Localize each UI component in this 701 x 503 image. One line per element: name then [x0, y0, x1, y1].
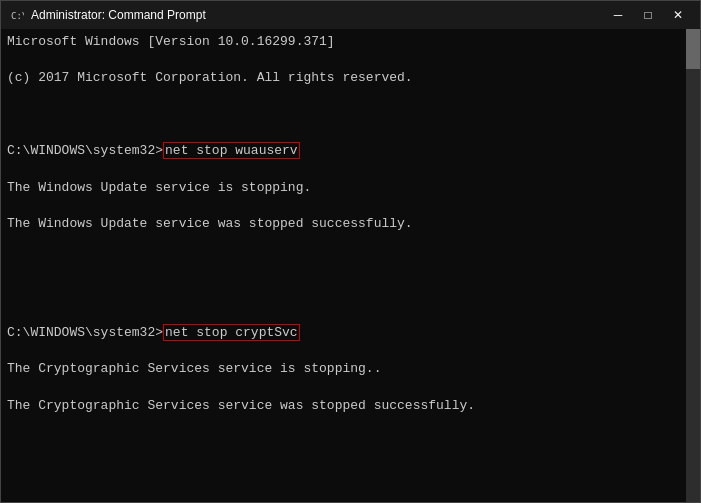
title-bar: C:\ Administrator: Command Prompt ─ □ ✕ [1, 1, 700, 29]
terminal-line [7, 251, 694, 269]
terminal-content: Microsoft Windows [Version 10.0.16299.37… [7, 33, 694, 502]
svg-text:C:\: C:\ [11, 11, 24, 21]
terminal-body[interactable]: Microsoft Windows [Version 10.0.16299.37… [1, 29, 700, 502]
title-bar-controls: ─ □ ✕ [604, 5, 692, 25]
terminal-line: C:\WINDOWS\system32>net stop cryptSvc [7, 324, 694, 342]
terminal-line: The Cryptographic Services service was s… [7, 397, 694, 415]
prompt-text: C:\WINDOWS\system32> [7, 325, 163, 340]
terminal-line: The Cryptographic Services service is st… [7, 360, 694, 378]
cmd-icon: C:\ [9, 7, 25, 23]
terminal-line: Microsoft Windows [Version 10.0.16299.37… [7, 33, 694, 51]
terminal-line: The Windows Update service was stopped s… [7, 215, 694, 233]
scrollbar[interactable] [686, 29, 700, 502]
command-text: net stop wuauserv [163, 142, 300, 159]
terminal-line [7, 470, 694, 488]
terminal-line: (c) 2017 Microsoft Corporation. All righ… [7, 69, 694, 87]
title-bar-left: C:\ Administrator: Command Prompt [9, 7, 206, 23]
terminal-line [7, 433, 694, 451]
terminal-line [7, 106, 694, 124]
terminal-line [7, 288, 694, 306]
command-text: net stop cryptSvc [163, 324, 300, 341]
terminal-line: C:\WINDOWS\system32>net stop wuauserv [7, 142, 694, 160]
command-prompt-window: C:\ Administrator: Command Prompt ─ □ ✕ … [0, 0, 701, 503]
maximize-button[interactable]: □ [634, 5, 662, 25]
prompt-text: C:\WINDOWS\system32> [7, 143, 163, 158]
window-title: Administrator: Command Prompt [31, 8, 206, 22]
scrollbar-thumb[interactable] [686, 29, 700, 69]
close-button[interactable]: ✕ [664, 5, 692, 25]
minimize-button[interactable]: ─ [604, 5, 632, 25]
terminal-line: The Windows Update service is stopping. [7, 179, 694, 197]
